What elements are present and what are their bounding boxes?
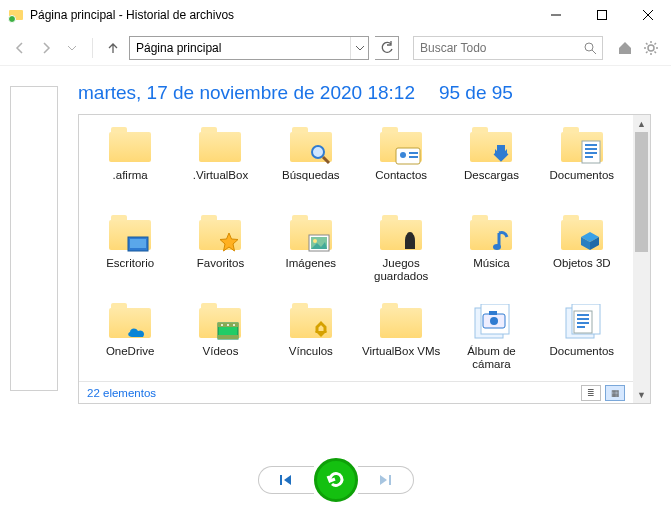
- library-icon: [467, 303, 515, 343]
- file-item[interactable]: Contactos: [356, 125, 446, 213]
- file-item[interactable]: Juegos guardados: [356, 213, 446, 301]
- file-item-label: Favoritos: [197, 257, 244, 270]
- page-heading: martes, 17 de noviembre de 2020 18:12 95…: [78, 82, 651, 104]
- file-item-label: .VirtualBox: [193, 169, 248, 182]
- svg-line-11: [646, 43, 648, 45]
- file-list-frame: .afirma.VirtualBoxBúsquedasContactosDesc…: [78, 114, 651, 404]
- address-dropdown[interactable]: [350, 37, 368, 59]
- scroll-down-button[interactable]: ▼: [633, 386, 650, 403]
- svg-rect-24: [585, 148, 597, 150]
- folder-icon: [467, 127, 515, 167]
- file-item-label: Álbum de cámara: [448, 345, 534, 371]
- file-item[interactable]: Documentos: [537, 301, 627, 389]
- gear-icon[interactable]: [641, 38, 661, 58]
- home-icon[interactable]: [615, 38, 635, 58]
- folder-icon: [558, 127, 606, 167]
- file-item[interactable]: Escritorio: [85, 213, 175, 301]
- svg-line-16: [323, 157, 329, 163]
- file-item-label: Documentos: [550, 345, 615, 358]
- side-panel: [10, 86, 58, 391]
- recent-button[interactable]: [62, 38, 82, 58]
- file-item[interactable]: Descargas: [446, 125, 536, 213]
- forward-button[interactable]: [36, 38, 56, 58]
- file-item-label: Vínculos: [289, 345, 333, 358]
- file-item[interactable]: Imágenes: [266, 213, 356, 301]
- file-item[interactable]: OneDrive: [85, 301, 175, 389]
- next-version-button[interactable]: [358, 466, 414, 494]
- file-item[interactable]: Álbum de cámara: [446, 301, 536, 389]
- svg-rect-49: [577, 318, 589, 320]
- file-item-label: Objetos 3D: [553, 257, 611, 270]
- file-grid: .afirma.VirtualBoxBúsquedasContactosDesc…: [79, 115, 633, 403]
- scroll-track[interactable]: [633, 132, 650, 386]
- folder-icon: [287, 215, 335, 255]
- svg-rect-21: [497, 145, 505, 155]
- back-button[interactable]: [10, 38, 30, 58]
- svg-rect-36: [218, 335, 238, 339]
- file-item-label: Contactos: [375, 169, 427, 182]
- svg-rect-23: [585, 144, 597, 146]
- svg-rect-1: [598, 11, 607, 20]
- file-item-label: Escritorio: [106, 257, 154, 270]
- folder-icon: [558, 215, 606, 255]
- maximize-button[interactable]: [579, 0, 625, 30]
- scrollbar[interactable]: ▲ ▼: [633, 115, 650, 403]
- svg-point-33: [493, 244, 501, 250]
- address-input[interactable]: [130, 37, 350, 59]
- history-controls: [0, 446, 671, 505]
- file-item[interactable]: Documentos: [537, 125, 627, 213]
- snapshot-date: martes, 17 de noviembre de 2020 18:12: [78, 82, 415, 104]
- file-item-label: Documentos: [550, 169, 615, 182]
- file-item[interactable]: Objetos 3D: [537, 213, 627, 301]
- svg-rect-50: [577, 322, 589, 324]
- folder-icon: [196, 215, 244, 255]
- previous-version-button[interactable]: [258, 466, 314, 494]
- svg-line-14: [646, 51, 648, 53]
- file-item[interactable]: .VirtualBox: [175, 125, 265, 213]
- folder-icon: [196, 127, 244, 167]
- folder-icon: [196, 303, 244, 343]
- details-view-button[interactable]: ≣: [581, 385, 601, 401]
- svg-rect-52: [280, 475, 282, 485]
- icons-view-button[interactable]: ▦: [605, 385, 625, 401]
- address-bar[interactable]: [129, 36, 369, 60]
- restore-button[interactable]: [314, 458, 358, 502]
- svg-rect-28: [130, 239, 146, 248]
- file-item-label: Juegos guardados: [358, 257, 444, 283]
- search-icon[interactable]: [578, 41, 602, 55]
- minimize-button[interactable]: [533, 0, 579, 30]
- item-count: 22 elementos: [87, 387, 156, 399]
- status-bar: 22 elementos ≣ ▦: [79, 381, 633, 403]
- scroll-up-button[interactable]: ▲: [633, 115, 650, 132]
- svg-rect-53: [389, 475, 391, 485]
- svg-point-44: [490, 317, 498, 325]
- folder-icon: [106, 127, 154, 167]
- svg-point-18: [400, 152, 406, 158]
- file-item-label: VirtualBox VMs: [362, 345, 440, 358]
- close-button[interactable]: [625, 0, 671, 30]
- snapshot-counter: 95 de 95: [439, 82, 513, 104]
- svg-point-32: [407, 232, 413, 238]
- file-item[interactable]: Búsquedas: [266, 125, 356, 213]
- folder-icon: [377, 127, 425, 167]
- file-item-label: Búsquedas: [282, 169, 340, 182]
- file-item[interactable]: Favoritos: [175, 213, 265, 301]
- file-item[interactable]: Vínculos: [266, 301, 356, 389]
- title-bar: Página principal - Historial de archivos: [0, 0, 671, 30]
- search-input[interactable]: [414, 37, 578, 59]
- scroll-thumb[interactable]: [635, 132, 648, 252]
- folder-icon: [106, 215, 154, 255]
- search-box[interactable]: [413, 36, 603, 60]
- file-item-label: .afirma: [113, 169, 148, 182]
- file-item[interactable]: .afirma: [85, 125, 175, 213]
- file-item[interactable]: Música: [446, 213, 536, 301]
- svg-point-6: [648, 45, 654, 51]
- file-item[interactable]: Vídeos: [175, 301, 265, 389]
- file-item-label: Descargas: [464, 169, 519, 182]
- svg-rect-26: [585, 156, 593, 158]
- file-item[interactable]: VirtualBox VMs: [356, 301, 446, 389]
- up-button[interactable]: [103, 38, 123, 58]
- file-item-label: Imágenes: [286, 257, 337, 270]
- folder-icon: [377, 215, 425, 255]
- refresh-button[interactable]: [375, 36, 399, 60]
